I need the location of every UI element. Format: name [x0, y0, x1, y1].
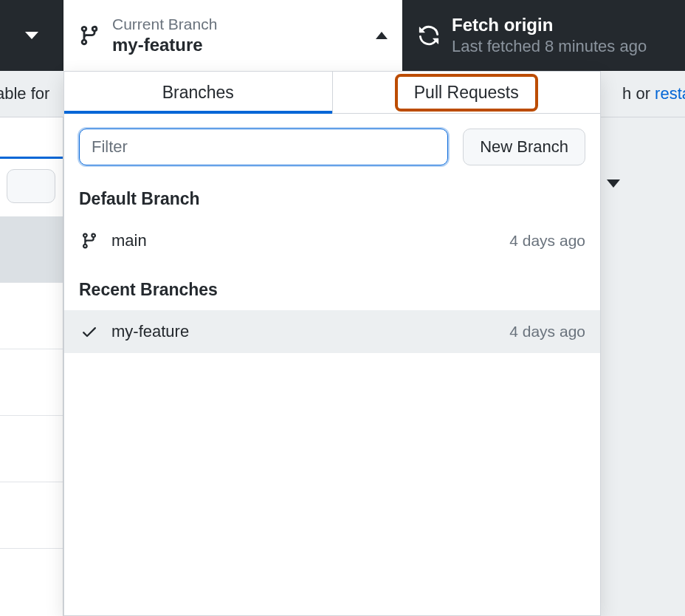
toolbar: Current Branch my-feature Fetch origin L…	[0, 0, 685, 71]
branch-name: main	[111, 231, 498, 250]
banner-left-fragment: able for	[0, 84, 49, 103]
filter-input[interactable]	[79, 129, 448, 165]
branch-row-my-feature[interactable]: my-feature 4 days ago	[64, 310, 600, 353]
current-branch-label: Current Branch	[112, 16, 376, 33]
banner-link-fragment[interactable]: resta	[655, 84, 685, 103]
tab-pull-requests[interactable]: Pull Requests	[333, 72, 601, 113]
section-header-recent-branches: Recent Branches	[64, 262, 600, 310]
branch-popover: Branches Pull Requests New Branch Defaul…	[63, 71, 601, 616]
new-branch-button[interactable]: New Branch	[463, 129, 585, 165]
git-branch-icon	[79, 232, 100, 250]
background-dropdown-caret-icon[interactable]	[607, 179, 620, 188]
fetch-origin-button[interactable]: Fetch origin Last fetched 8 minutes ago	[403, 0, 685, 71]
caret-up-icon	[376, 32, 388, 39]
branch-name: my-feature	[111, 322, 498, 341]
sync-icon	[418, 24, 440, 47]
current-branch-value: my-feature	[112, 35, 376, 55]
branch-time: 4 days ago	[509, 232, 585, 250]
fetch-origin-subtitle: Last fetched 8 minutes ago	[452, 37, 647, 56]
popover-tabs: Branches Pull Requests	[64, 72, 600, 114]
git-branch-icon	[78, 24, 100, 47]
background-left-column	[0, 117, 63, 616]
fetch-origin-title: Fetch origin	[452, 15, 647, 35]
banner-right-fragment: h or resta	[622, 84, 685, 103]
branch-time: 4 days ago	[509, 323, 585, 340]
caret-down-icon	[25, 32, 38, 39]
branch-row-main[interactable]: main 4 days ago	[64, 219, 600, 262]
current-branch-dropdown-button[interactable]: Current Branch my-feature	[63, 0, 403, 71]
repo-dropdown-button[interactable]	[0, 0, 63, 71]
section-header-default-branch: Default Branch	[64, 171, 600, 219]
tab-branches[interactable]: Branches	[64, 72, 333, 113]
check-icon	[79, 323, 100, 340]
